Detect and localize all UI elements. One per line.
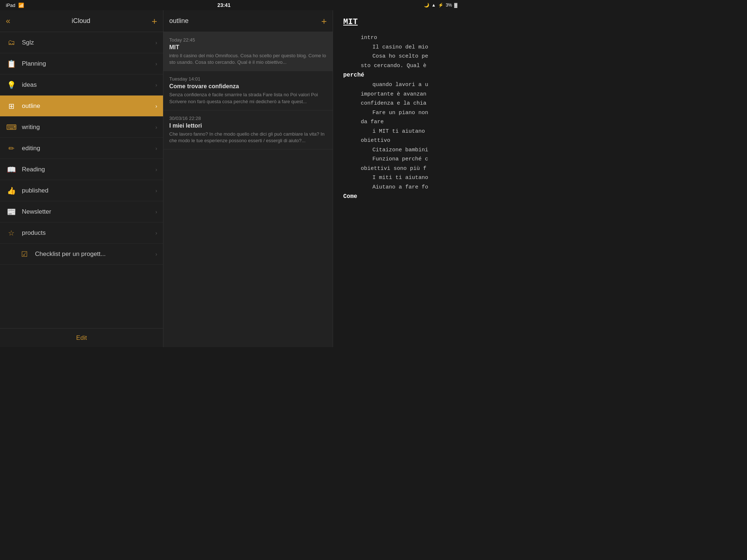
sidebar-item-newsletter[interactable]: 📰 Newsletter › — [0, 201, 163, 222]
sidebar-item-label: products — [22, 229, 155, 237]
battery-icon: ▓ — [454, 3, 457, 8]
doc-icon: 📋 — [6, 59, 17, 68]
content-line: obiettivi sono più f — [343, 164, 453, 174]
chevron-icon: › — [155, 230, 157, 236]
list-item-preview: Senza confidenza è facile smarrire la st… — [169, 92, 327, 105]
keyboard-icon: ⌨ — [6, 123, 17, 132]
wifi-icon: 📶 — [18, 3, 24, 8]
content-line: da fare — [343, 117, 453, 127]
content-line: importante è avanzan — [343, 90, 453, 99]
content-line: Citaizone bambini — [343, 145, 453, 155]
sidebar-items: 🗂 Sglz › 📋 Planning › 💡 ideas › ⊞ outlin… — [0, 32, 163, 328]
newsletter-icon: 📰 — [6, 207, 17, 216]
sidebar-item-label: published — [22, 187, 155, 194]
chevron-icon: › — [155, 145, 157, 151]
sidebar-item-planning[interactable]: 📋 Planning › — [0, 53, 163, 74]
list-header: outline + — [163, 10, 333, 32]
bulb-icon: 💡 — [6, 81, 17, 89]
content-line: Cosa ho scelto pe — [343, 52, 453, 61]
sidebar-item-ideas[interactable]: 💡 ideas › — [0, 74, 163, 96]
list-item-preview: Che lavoro fanno? In che modo quello che… — [169, 131, 327, 144]
content-title: MIT — [343, 18, 453, 27]
content-line: sto cercando. Qual è — [343, 61, 453, 71]
sidebar-item-label: writing — [22, 124, 155, 131]
list-item-title: I miei lettori — [169, 122, 327, 129]
list-panel: outline + Today 22:45 MIT intro Il casin… — [163, 10, 333, 347]
star-icon: ☆ — [6, 229, 17, 237]
sidebar-item-checklist[interactable]: ☑ Checklist per un progett... › — [0, 244, 163, 265]
sidebar-title: iCloud — [72, 17, 90, 25]
chevron-icon: › — [155, 187, 157, 194]
list-item-date: Today 22:45 — [169, 37, 327, 43]
chevron-icon: › — [155, 82, 157, 88]
chevron-icon: › — [155, 209, 157, 215]
sidebar: « iCloud + 🗂 Sglz › 📋 Planning › 💡 ideas… — [0, 10, 163, 347]
sidebar-header: « iCloud + — [0, 10, 163, 32]
sidebar-item-label: editing — [22, 145, 155, 152]
sidebar-item-label: Checklist per un progett... — [35, 250, 155, 258]
chevron-icon: › — [155, 61, 157, 67]
sidebar-item-sglz[interactable]: 🗂 Sglz › — [0, 32, 163, 53]
list-item[interactable]: 30/03/16 22:28 I miei lettori Che lavoro… — [163, 110, 333, 149]
chevron-icon: › — [155, 251, 157, 257]
battery-label: 3% — [446, 3, 452, 8]
sidebar-item-label: Reading — [22, 166, 155, 173]
sidebar-footer: Edit — [0, 328, 163, 347]
content-line: Aiutano a fare fo — [343, 183, 453, 192]
content-panel: MIT intro Il casino del mio Cosa ho scel… — [333, 10, 463, 347]
main-layout: « iCloud + 🗂 Sglz › 📋 Planning › 💡 ideas… — [0, 10, 463, 347]
content-line: confidenza e la chia — [343, 99, 453, 108]
list-item-title: Come trovare confidenza — [169, 83, 327, 90]
list-item[interactable]: Today 22:45 MIT intro Il casino del mio … — [163, 32, 333, 71]
status-bar: iPad 📶 23:41 🌙 ▲ ⚡ 3% ▓ — [0, 0, 463, 10]
chevron-icon: › — [155, 124, 157, 130]
sidebar-item-editing[interactable]: ✏ editing › — [0, 138, 163, 159]
chevron-icon: › — [155, 39, 157, 46]
ipad-label: iPad — [6, 3, 15, 8]
content-line: Fare un piano non — [343, 108, 453, 118]
location-icon: ▲ — [431, 3, 436, 8]
pencil-icon: ✏ — [6, 144, 17, 153]
content-line: i MIT ti aiutano — [343, 127, 453, 136]
folder-icon: 🗂 — [6, 38, 17, 47]
sidebar-item-label: Planning — [22, 60, 155, 67]
list-add-button[interactable]: + — [321, 16, 327, 26]
content-line: intro — [343, 33, 453, 43]
content-line: Funziona perché c — [343, 155, 453, 164]
content-line: obiettivo — [343, 136, 453, 145]
sidebar-item-writing[interactable]: ⌨ writing › — [0, 117, 163, 138]
sidebar-item-published[interactable]: 👍 published › — [0, 180, 163, 201]
list-item[interactable]: Tuesday 14:01 Come trovare confidenza Se… — [163, 71, 333, 110]
sidebar-item-reading[interactable]: 📖 Reading › — [0, 159, 163, 180]
bluetooth-icon: ⚡ — [438, 3, 444, 8]
back-button[interactable]: « — [6, 16, 10, 26]
book-icon: 📖 — [6, 165, 17, 174]
moon-icon: 🌙 — [424, 3, 429, 8]
sidebar-item-label: outline — [22, 102, 155, 110]
content-line: quando lavori a u — [343, 80, 453, 90]
sidebar-item-label: Sglz — [22, 39, 155, 46]
chevron-icon: › — [155, 103, 157, 109]
status-left: iPad 📶 — [6, 3, 24, 8]
content-bold-line: Come — [343, 192, 453, 202]
status-right: 🌙 ▲ ⚡ 3% ▓ — [424, 3, 457, 8]
sidebar-item-products[interactable]: ☆ products › — [0, 222, 163, 244]
content-bold-line: perché — [343, 70, 453, 80]
content-line: Il casino del mio — [343, 43, 453, 52]
checklist-icon: ☑ — [19, 250, 30, 258]
sidebar-add-button[interactable]: + — [152, 16, 157, 26]
outline-icon: ⊞ — [6, 102, 17, 110]
list-items: Today 22:45 MIT intro Il casino del mio … — [163, 32, 333, 347]
sidebar-item-label: Newsletter — [22, 208, 155, 215]
sidebar-item-label: ideas — [22, 81, 155, 89]
sidebar-item-outline[interactable]: ⊞ outline › — [0, 96, 163, 117]
chevron-icon: › — [155, 166, 157, 172]
thumb-icon: 👍 — [6, 186, 17, 195]
list-item-date: Tuesday 14:01 — [169, 76, 327, 82]
content-line: I miti ti aiutano — [343, 173, 453, 183]
list-item-date: 30/03/16 22:28 — [169, 116, 327, 121]
edit-button[interactable]: Edit — [76, 334, 87, 342]
status-time: 23:41 — [217, 2, 231, 8]
list-item-title: MIT — [169, 44, 327, 51]
list-title: outline — [169, 17, 189, 25]
